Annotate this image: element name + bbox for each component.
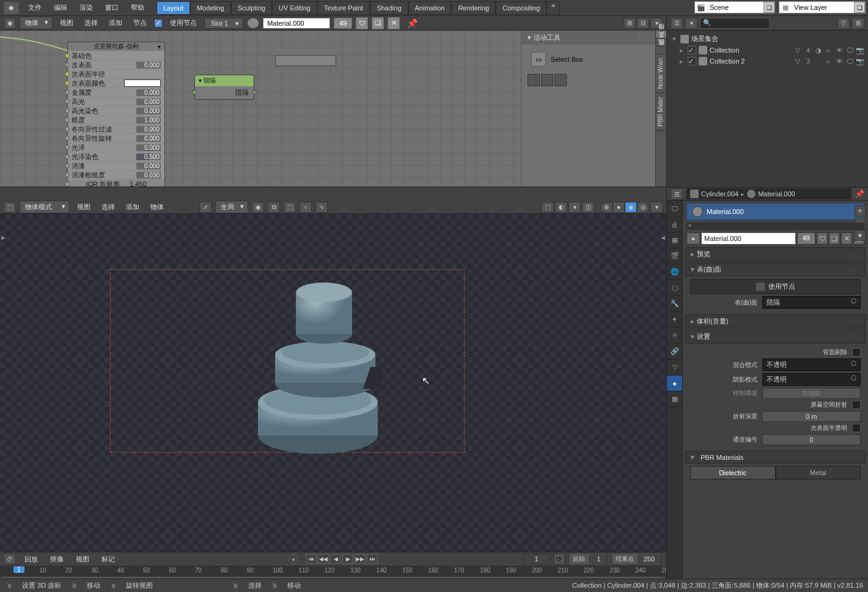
prop-clearcoat[interactable]: 清漆0.000	[68, 161, 164, 171]
menu-render[interactable]: 渲染	[73, 3, 99, 12]
properties-editor-type[interactable]: ☰	[671, 188, 683, 199]
menu-window[interactable]: 窗口	[99, 3, 125, 12]
material-user-count[interactable]: 49	[334, 18, 352, 29]
panel-pbr[interactable]: PBR Materials::::	[685, 451, 866, 464]
tab-scene[interactable]: 🎬	[667, 248, 682, 264]
material-name-field[interactable]	[701, 232, 796, 245]
tab-material[interactable]: ●	[667, 376, 682, 391]
scene-selector[interactable]: 🎬 ❏	[694, 1, 775, 13]
workspace-tab-shading[interactable]: Shading	[370, 1, 408, 15]
fake-user-button[interactable]: 🛡	[356, 17, 368, 29]
tl-menu-keying[interactable]: 抠像	[46, 555, 67, 564]
principled-bsdf-node[interactable]: 克里斯坦森-伯利 基础色 次表面0.000 次表面半径 次表面颜色 金属度0.0…	[67, 42, 165, 187]
ne-options-button[interactable]: ▾	[650, 18, 663, 29]
ne-overlay-button[interactable]: ⊞	[623, 18, 636, 29]
slot-list-resizer[interactable]: ::::	[686, 223, 864, 230]
tab-viewlayer[interactable]: ▦	[667, 232, 682, 248]
hide-icon[interactable]: 👁	[835, 46, 844, 54]
material-slot-item[interactable]: Material.000	[686, 203, 864, 220]
fake-user-btn[interactable]: 🛡	[817, 232, 828, 245]
shading-rendered[interactable]: ◎	[637, 202, 649, 213]
workspace-tab-rendering[interactable]: Rendering	[451, 1, 496, 15]
outliner-editor-type[interactable]: ☰	[671, 18, 683, 29]
vtab-pbr[interactable]: PBR Mater	[656, 93, 665, 131]
sss-checkbox[interactable]	[852, 424, 861, 432]
ssr-checkbox[interactable]	[852, 401, 861, 409]
workspace-tab-uv[interactable]: UV Editing	[272, 1, 317, 15]
xray-button[interactable]: ◫	[582, 202, 594, 213]
prop-aniso-rot[interactable]: 各向异性旋转0.000	[68, 134, 164, 143]
material-name-input[interactable]	[263, 18, 330, 29]
vp-menu-select[interactable]: 选择	[98, 202, 119, 212]
snap-target-button[interactable]: ⬚	[284, 202, 296, 213]
slot-specials-button[interactable]: ▾	[855, 230, 866, 241]
shadow-mode-select[interactable]: 不透明	[762, 373, 861, 386]
overlay-opt-2[interactable]	[541, 74, 553, 86]
workspace-tab-modeling[interactable]: Modeling	[190, 1, 231, 15]
view-layer-selector[interactable]: ▦ ❏	[779, 1, 866, 13]
workspace-tab-sculpting[interactable]: Sculpting	[231, 1, 272, 15]
hide-icon[interactable]: 👁	[835, 57, 844, 65]
menu-file[interactable]: 文件	[22, 3, 48, 12]
shading-solid[interactable]: ●	[612, 202, 625, 213]
tree-collection-2[interactable]: ▸ ✓ Collection 2 ▽ 3 ◑ ▹ 👁 🖵 📷	[667, 56, 868, 67]
add-slot-button[interactable]: +	[855, 205, 866, 216]
menu-help[interactable]: 帮助	[125, 3, 150, 12]
viewport-canvas[interactable]: ↖ ◂ ▸	[0, 214, 666, 552]
overlay-opt-3[interactable]	[554, 74, 567, 86]
snap-button[interactable]: ⧉	[268, 202, 280, 213]
shading-wireframe[interactable]: ⊕	[600, 202, 612, 213]
vtab-view[interactable]: 视图	[656, 46, 666, 54]
outliner-search[interactable]: 🔍	[700, 18, 770, 29]
timeline-editor-type[interactable]: ⏱	[4, 553, 16, 564]
outliner-tree[interactable]: ▾ 场景集合 ▸ ✓ Collection ▽ 4 ◑ ▹ 👁 🖵	[667, 31, 868, 69]
overlay-opt-1[interactable]	[528, 74, 540, 86]
tl-menu-marker[interactable]: 标记	[98, 555, 119, 564]
editor-type-button-vp[interactable]: ⬚	[4, 202, 16, 213]
workspace-tab-texpaint[interactable]: Texture Paint	[317, 1, 370, 15]
refr-depth-input[interactable]: 0 m	[762, 411, 861, 422]
pin-icon[interactable]: 📌	[855, 190, 864, 198]
editor-type-button[interactable]: ◉	[4, 18, 16, 29]
timeline-ruler[interactable]: 1 10203040506070809010011012013014015016…	[0, 566, 666, 577]
clip-threshold-input[interactable]: 0.500	[762, 388, 861, 399]
vp-menu-view[interactable]: 视图	[73, 202, 94, 212]
frame-end[interactable]: 结束点250	[611, 553, 661, 565]
new-material-button[interactable]: ❏	[372, 17, 384, 29]
collapsed-node[interactable]	[275, 55, 336, 66]
prop-anisotropic[interactable]: 各向异性过滤0.000	[68, 125, 164, 134]
proportional-type-button[interactable]: ∿	[315, 202, 328, 213]
jump-start-button[interactable]: ⏮	[306, 554, 317, 564]
blend-mode-select[interactable]: 不透明	[762, 358, 861, 371]
jump-end-button[interactable]: ⏭	[367, 554, 378, 564]
tab-render[interactable]: 🖵	[667, 201, 682, 216]
tab-output[interactable]: 🖨	[667, 216, 682, 232]
overlays-dd[interactable]: ▾	[568, 202, 581, 213]
overlays-button[interactable]: ◐	[555, 202, 567, 213]
new-viewlayer-button[interactable]: ❏	[854, 2, 865, 13]
exclude-icon[interactable]: ◑	[814, 46, 823, 54]
prop-sss-color[interactable]: 次表面颜色	[68, 79, 164, 88]
tl-menu-view[interactable]: 视图	[72, 555, 93, 564]
selectable-icon[interactable]: ▹	[825, 46, 833, 54]
orientation-icon[interactable]: ⤢	[199, 202, 211, 213]
panel-surface[interactable]: 表(曲)面::::	[685, 262, 866, 276]
frame-start[interactable]: 起始1	[568, 553, 608, 565]
pbr-tab-metal[interactable]: Metal	[776, 466, 861, 479]
current-frame-input[interactable]: 1	[523, 553, 550, 564]
new-scene-button[interactable]: ❏	[763, 2, 774, 13]
tab-constraint[interactable]: 🔗	[667, 344, 682, 360]
material-browse-icon[interactable]: ●	[686, 232, 700, 245]
shader-type-dropdown[interactable]: 物体	[20, 17, 53, 29]
menu-edit[interactable]: 编辑	[48, 3, 73, 12]
render-icon[interactable]: 📷	[856, 46, 864, 54]
shading-lookdev[interactable]: ◉	[625, 202, 637, 213]
surface-shader-select[interactable]: 阻隔	[762, 296, 861, 309]
workspace-tab-animation[interactable]: Animation	[408, 1, 452, 15]
prop-ior[interactable]: IOR 折射率1.450	[68, 180, 164, 187]
object-mode-dropdown[interactable]: 物体模式	[20, 201, 70, 213]
ne-menu-select[interactable]: 选择	[81, 18, 101, 28]
vtab-item[interactable]: 项目	[656, 31, 666, 39]
current-frame-marker[interactable]: 1	[13, 566, 24, 573]
jump-next-button[interactable]: ▶▶	[355, 554, 366, 564]
